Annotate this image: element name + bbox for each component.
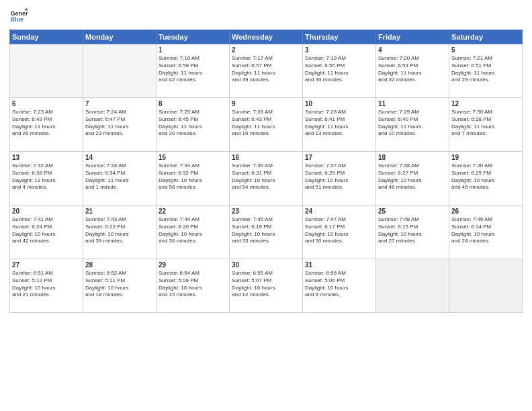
cell-info: Sunrise: 6:52 AM Sunset: 5:11 PM Dayligh… — [85, 270, 154, 299]
cell-info: Sunrise: 7:33 AM Sunset: 6:34 PM Dayligh… — [85, 163, 154, 191]
cell-info: Sunrise: 7:44 AM Sunset: 6:20 PM Dayligh… — [159, 216, 227, 245]
cell-info: Sunrise: 7:40 AM Sunset: 6:25 PM Dayligh… — [451, 163, 520, 191]
day-number: 29 — [159, 261, 227, 269]
cell-info: Sunrise: 7:45 AM Sunset: 6:19 PM Dayligh… — [232, 216, 300, 245]
weekday-header-monday: Monday — [83, 30, 157, 44]
calendar-cell: 26Sunrise: 7:49 AM Sunset: 6:14 PM Dayli… — [449, 205, 523, 259]
calendar-cell — [376, 259, 449, 313]
calendar-cell: 27Sunrise: 6:51 AM Sunset: 5:12 PM Dayli… — [10, 259, 83, 313]
day-number: 2 — [232, 46, 300, 54]
day-number: 11 — [378, 100, 447, 107]
day-number: 9 — [232, 100, 300, 107]
cell-info: Sunrise: 7:43 AM Sunset: 6:22 PM Dayligh… — [85, 216, 154, 245]
cell-info: Sunrise: 7:21 AM Sunset: 6:51 PM Dayligh… — [451, 55, 520, 84]
day-number: 15 — [159, 154, 227, 161]
day-number: 14 — [85, 154, 154, 161]
calendar-cell: 19Sunrise: 7:40 AM Sunset: 6:25 PM Dayli… — [449, 152, 523, 205]
cell-info: Sunrise: 6:55 AM Sunset: 5:07 PM Dayligh… — [232, 270, 300, 299]
day-number: 26 — [451, 208, 520, 215]
calendar-cell: 25Sunrise: 7:48 AM Sunset: 6:15 PM Dayli… — [376, 205, 449, 259]
svg-text:General: General — [10, 10, 28, 17]
cell-info: Sunrise: 7:47 AM Sunset: 6:17 PM Dayligh… — [305, 216, 373, 245]
day-number: 13 — [12, 154, 81, 161]
cell-info: Sunrise: 7:48 AM Sunset: 6:15 PM Dayligh… — [378, 216, 447, 245]
calendar-cell: 20Sunrise: 7:41 AM Sunset: 6:24 PM Dayli… — [10, 205, 83, 259]
weekday-header-wednesday: Wednesday — [230, 30, 303, 44]
day-number: 6 — [12, 100, 81, 107]
calendar-cell: 31Sunrise: 6:56 AM Sunset: 5:06 PM Dayli… — [303, 259, 376, 313]
calendar-cell: 13Sunrise: 7:32 AM Sunset: 6:36 PM Dayli… — [10, 152, 83, 205]
weekday-header-row: SundayMondayTuesdayWednesdayThursdayFrid… — [10, 30, 523, 44]
calendar-cell: 6Sunrise: 7:23 AM Sunset: 6:49 PM Daylig… — [10, 98, 83, 152]
cell-info: Sunrise: 7:24 AM Sunset: 6:47 PM Dayligh… — [85, 109, 154, 138]
calendar-cell: 12Sunrise: 7:30 AM Sunset: 6:38 PM Dayli… — [449, 98, 523, 152]
cell-info: Sunrise: 6:51 AM Sunset: 5:12 PM Dayligh… — [12, 270, 81, 299]
weekday-header-thursday: Thursday — [303, 30, 376, 44]
calendar-cell — [449, 259, 523, 313]
calendar-cell: 9Sunrise: 7:26 AM Sunset: 6:43 PM Daylig… — [230, 98, 303, 152]
cell-info: Sunrise: 7:38 AM Sunset: 6:27 PM Dayligh… — [378, 163, 447, 191]
day-number: 12 — [451, 100, 520, 107]
day-number: 7 — [85, 100, 154, 107]
cell-info: Sunrise: 7:17 AM Sunset: 6:57 PM Dayligh… — [232, 55, 300, 84]
calendar-row: 27Sunrise: 6:51 AM Sunset: 5:12 PM Dayli… — [10, 259, 523, 313]
cell-info: Sunrise: 7:29 AM Sunset: 6:40 PM Dayligh… — [378, 109, 447, 138]
day-number: 20 — [12, 208, 81, 215]
calendar-cell: 2Sunrise: 7:17 AM Sunset: 6:57 PM Daylig… — [230, 44, 303, 98]
calendar-cell: 17Sunrise: 7:37 AM Sunset: 6:29 PM Dayli… — [303, 152, 376, 205]
header: General Blue — [9, 7, 523, 26]
calendar-cell: 11Sunrise: 7:29 AM Sunset: 6:40 PM Dayli… — [376, 98, 449, 152]
calendar-cell: 8Sunrise: 7:25 AM Sunset: 6:45 PM Daylig… — [157, 98, 230, 152]
calendar-row: 1Sunrise: 7:16 AM Sunset: 6:59 PM Daylig… — [10, 44, 523, 98]
day-number: 1 — [159, 46, 227, 54]
calendar-row: 6Sunrise: 7:23 AM Sunset: 6:49 PM Daylig… — [10, 98, 523, 152]
calendar-cell: 4Sunrise: 7:20 AM Sunset: 6:53 PM Daylig… — [376, 44, 449, 98]
day-number: 30 — [232, 261, 300, 269]
calendar-cell: 23Sunrise: 7:45 AM Sunset: 6:19 PM Dayli… — [230, 205, 303, 259]
calendar-row: 20Sunrise: 7:41 AM Sunset: 6:24 PM Dayli… — [10, 205, 523, 259]
day-number: 10 — [305, 100, 373, 107]
cell-info: Sunrise: 7:26 AM Sunset: 6:43 PM Dayligh… — [232, 109, 300, 138]
cell-info: Sunrise: 7:36 AM Sunset: 6:31 PM Dayligh… — [232, 163, 300, 191]
day-number: 22 — [159, 208, 227, 215]
cell-info: Sunrise: 7:49 AM Sunset: 6:14 PM Dayligh… — [451, 216, 520, 245]
cell-info: Sunrise: 7:41 AM Sunset: 6:24 PM Dayligh… — [12, 216, 81, 245]
cell-info: Sunrise: 7:23 AM Sunset: 6:49 PM Dayligh… — [12, 109, 81, 138]
cell-info: Sunrise: 7:20 AM Sunset: 6:53 PM Dayligh… — [378, 55, 447, 84]
calendar-cell: 15Sunrise: 7:34 AM Sunset: 6:32 PM Dayli… — [157, 152, 230, 205]
cell-info: Sunrise: 6:54 AM Sunset: 5:09 PM Dayligh… — [159, 270, 227, 299]
cell-info: Sunrise: 7:19 AM Sunset: 6:55 PM Dayligh… — [305, 55, 373, 84]
weekday-header-sunday: Sunday — [10, 30, 83, 44]
day-number: 25 — [378, 208, 447, 215]
day-number: 8 — [159, 100, 227, 107]
day-number: 5 — [451, 46, 520, 54]
calendar-cell: 7Sunrise: 7:24 AM Sunset: 6:47 PM Daylig… — [83, 98, 157, 152]
day-number: 28 — [85, 261, 154, 269]
svg-marker-2 — [24, 7, 28, 10]
svg-text:Blue: Blue — [10, 16, 24, 23]
calendar-cell: 29Sunrise: 6:54 AM Sunset: 5:09 PM Dayli… — [157, 259, 230, 313]
day-number: 27 — [12, 261, 81, 269]
calendar-cell: 28Sunrise: 6:52 AM Sunset: 5:11 PM Dayli… — [83, 259, 157, 313]
day-number: 17 — [305, 154, 373, 161]
day-number: 4 — [378, 46, 447, 54]
calendar-table: SundayMondayTuesdayWednesdayThursdayFrid… — [9, 30, 523, 313]
day-number: 24 — [305, 208, 373, 215]
cell-info: Sunrise: 7:37 AM Sunset: 6:29 PM Dayligh… — [305, 163, 373, 191]
logo-icon: General Blue — [9, 7, 28, 26]
cell-info: Sunrise: 7:28 AM Sunset: 6:41 PM Dayligh… — [305, 109, 373, 138]
calendar-cell: 3Sunrise: 7:19 AM Sunset: 6:55 PM Daylig… — [303, 44, 376, 98]
weekday-header-tuesday: Tuesday — [157, 30, 230, 44]
calendar-cell: 30Sunrise: 6:55 AM Sunset: 5:07 PM Dayli… — [230, 259, 303, 313]
calendar-cell: 21Sunrise: 7:43 AM Sunset: 6:22 PM Dayli… — [83, 205, 157, 259]
cell-info: Sunrise: 6:56 AM Sunset: 5:06 PM Dayligh… — [305, 270, 373, 299]
calendar-cell: 1Sunrise: 7:16 AM Sunset: 6:59 PM Daylig… — [157, 44, 230, 98]
day-number: 21 — [85, 208, 154, 215]
day-number: 18 — [378, 154, 447, 161]
calendar-cell: 10Sunrise: 7:28 AM Sunset: 6:41 PM Dayli… — [303, 98, 376, 152]
calendar-cell: 5Sunrise: 7:21 AM Sunset: 6:51 PM Daylig… — [449, 44, 523, 98]
day-number: 3 — [305, 46, 373, 54]
cell-info: Sunrise: 7:30 AM Sunset: 6:38 PM Dayligh… — [451, 109, 520, 138]
calendar-row: 13Sunrise: 7:32 AM Sunset: 6:36 PM Dayli… — [10, 152, 523, 205]
cell-info: Sunrise: 7:25 AM Sunset: 6:45 PM Dayligh… — [159, 109, 227, 138]
